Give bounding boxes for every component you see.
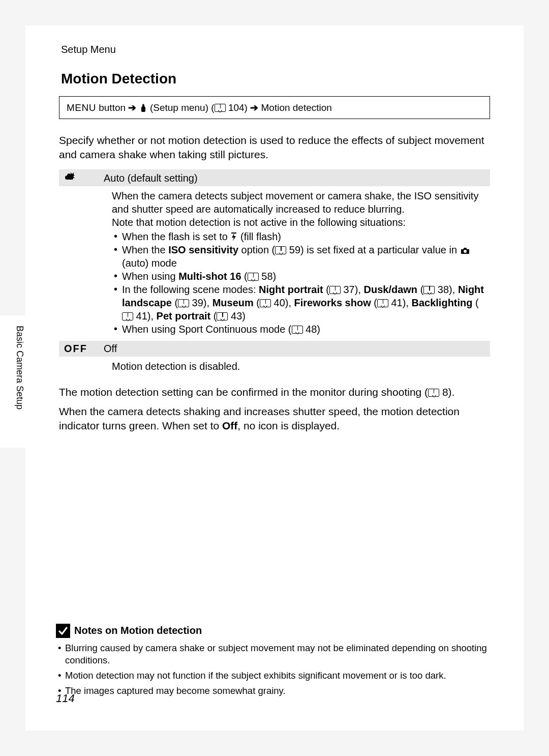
off-icon-text: OFF — [64, 343, 104, 355]
confirm-paragraph: The motion detection setting can be conf… — [59, 385, 490, 399]
option-off-header: OFF Off — [59, 341, 490, 357]
book-icon — [215, 104, 226, 112]
section-title: Motion Detection — [61, 71, 493, 87]
wrench-icon — [139, 102, 147, 113]
side-tab: Basic Camera Setup — [0, 315, 25, 448]
page-number: 114 — [56, 692, 75, 705]
auto-bullet-1: When the flash is set to (fill flash) — [112, 230, 485, 243]
book-icon — [178, 299, 189, 307]
menu-label: MENU — [67, 102, 96, 113]
auto-bullet-3: When using Multi-shot 16 ( 58) — [112, 270, 485, 283]
auto-bullet-2: When the ISO sensitivity option ( 59) is… — [112, 243, 485, 270]
motion-icon — [64, 171, 104, 184]
option-auto-label: Auto (default setting) — [104, 172, 485, 184]
breadcrumb-box: MENU button ➔ (Setup menu) ( 104) ➔ Moti… — [59, 96, 490, 119]
option-auto-header: Auto (default setting) — [59, 169, 490, 186]
check-badge-icon — [56, 624, 70, 638]
fill-flash-icon — [230, 231, 237, 242]
notes-block: Notes on Motion detection Blurring cause… — [56, 624, 493, 700]
book-icon — [248, 273, 259, 281]
intro-paragraph: Specify whether or not motion detection … — [59, 133, 490, 162]
running-head: Setup Menu — [61, 44, 493, 55]
notes-item: Motion detection may not function if the… — [56, 670, 493, 682]
auto-line1: When the camera detects subject movement… — [112, 189, 485, 216]
book-icon — [423, 286, 435, 294]
book-icon — [329, 286, 341, 294]
arrow-icon: ➔ — [250, 102, 258, 113]
svg-rect-0 — [231, 232, 236, 234]
notes-title: Notes on Motion detection — [74, 625, 202, 636]
book-icon — [122, 312, 133, 321]
camera-icon — [460, 244, 470, 255]
arrow-icon: ➔ — [128, 102, 136, 113]
option-off-body: Motion detection is disabled. — [59, 357, 490, 378]
side-tab-label: Basic Camera Setup — [14, 326, 25, 410]
setup-ref: 104) — [226, 102, 251, 113]
svg-point-1 — [464, 250, 467, 253]
option-auto-body: When the camera detects subject movement… — [59, 186, 490, 341]
book-icon — [292, 326, 303, 334]
nav-target: Motion detection — [258, 102, 332, 113]
manual-page: Basic Camera Setup Setup Menu Motion Det… — [25, 25, 524, 731]
option-off-label: Off — [104, 343, 485, 355]
notes-item: Blurring caused by camera shake or subje… — [56, 642, 493, 666]
auto-line2: Note that motion detection is not active… — [112, 216, 485, 229]
book-icon — [428, 389, 439, 397]
auto-bullet-4: In the following scene modes: Night port… — [112, 283, 485, 323]
setup-menu-label: (Setup menu) ( — [147, 102, 215, 113]
auto-bullet-5: When using Sport Continuous mode ( 48) — [112, 323, 485, 336]
indicator-paragraph: When the camera detects shaking and incr… — [59, 404, 490, 433]
options-table: Auto (default setting) When the camera d… — [51, 169, 498, 378]
book-icon — [217, 312, 228, 321]
button-word: button — [96, 102, 128, 113]
book-icon — [260, 299, 271, 307]
book-icon — [377, 299, 388, 307]
book-icon — [275, 246, 286, 254]
notes-item: The images captured may become somewhat … — [56, 685, 493, 697]
